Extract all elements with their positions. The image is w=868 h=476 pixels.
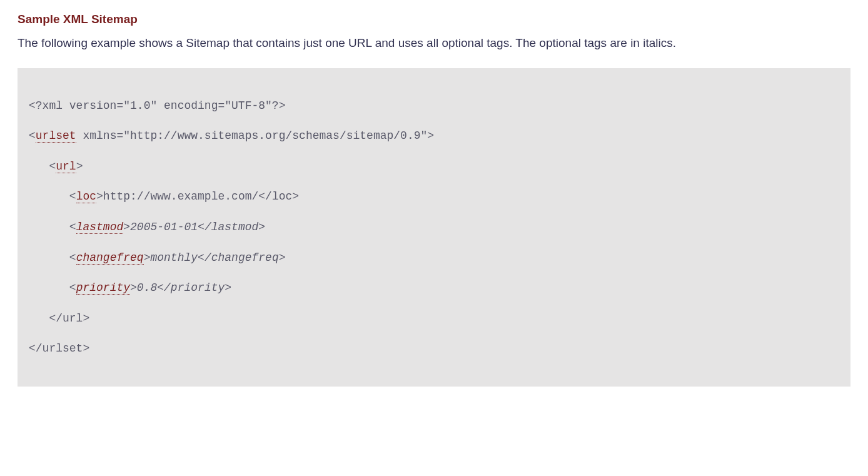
priority-close: </priority>: [157, 281, 231, 294]
priority-tag-link[interactable]: priority: [76, 281, 130, 295]
gt: >: [96, 190, 103, 203]
changefreq-tag-link[interactable]: changefreq: [76, 251, 144, 265]
gt: >: [123, 221, 130, 233]
url-tag-link[interactable]: url: [56, 160, 76, 173]
lt: <: [29, 129, 36, 142]
urlset-attrs: xmlns="http://www.sitemaps.org/schemas/s…: [76, 129, 428, 142]
urlset-tag-link[interactable]: urlset: [36, 129, 76, 143]
gt: >: [427, 129, 434, 142]
loc-close: </loc>: [258, 190, 299, 203]
url-close: </url>: [49, 312, 89, 325]
intro-paragraph: The following example shows a Sitemap th…: [18, 35, 850, 52]
lastmod-tag-link[interactable]: lastmod: [76, 221, 124, 234]
gt: >: [130, 281, 137, 294]
loc-value: http://www.example.com/: [103, 190, 258, 203]
gt: >: [144, 251, 151, 264]
lt: <: [69, 221, 76, 233]
lastmod-close: </lastmod>: [198, 221, 265, 233]
section-heading: Sample XML Sitemap: [18, 13, 850, 26]
lt: <: [69, 281, 76, 294]
changefreq-value: monthly: [150, 251, 198, 264]
loc-tag-link[interactable]: loc: [76, 190, 96, 203]
priority-value: 0.8: [137, 281, 157, 294]
xml-declaration: <?xml version="1.0" encoding="UTF-8"?>: [29, 99, 285, 112]
gt: >: [76, 160, 83, 173]
changefreq-close: </changefreq>: [198, 251, 285, 264]
lt: <: [69, 251, 76, 264]
lastmod-value: 2005-01-01: [130, 221, 198, 233]
lt: <: [49, 160, 56, 173]
urlset-close: </urlset>: [29, 342, 89, 355]
lt: <: [69, 190, 76, 203]
code-sample: <?xml version="1.0" encoding="UTF-8"?> <…: [18, 68, 850, 387]
